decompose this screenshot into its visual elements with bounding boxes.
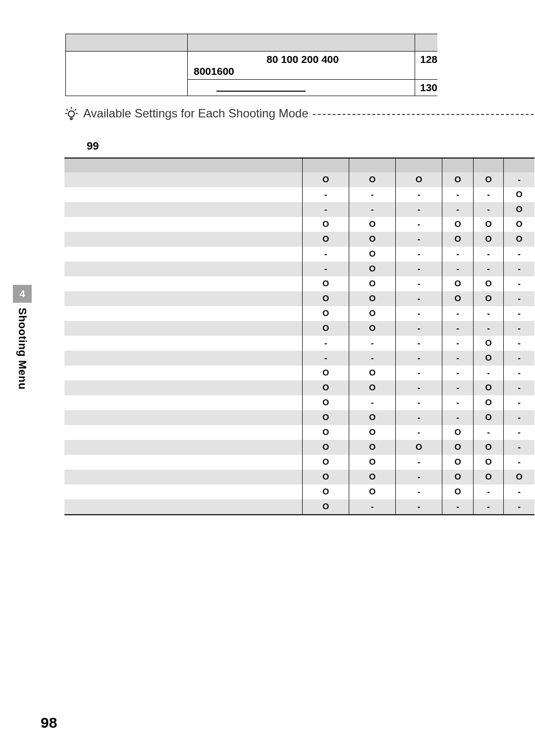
available-mark: O	[369, 294, 375, 303]
unavailable-mark: -	[418, 219, 421, 229]
availability-cell: O	[474, 217, 504, 232]
availability-cell: -	[396, 499, 442, 515]
available-mark: O	[322, 324, 329, 333]
avail-header-cell	[64, 158, 303, 172]
table-row: OO-OOO	[64, 470, 535, 485]
unavailable-mark: -	[456, 368, 459, 378]
available-mark: O	[454, 472, 461, 482]
unavailable-mark: -	[418, 190, 421, 199]
available-mark: O	[416, 442, 422, 452]
available-mark: O	[454, 457, 461, 467]
row-label-cell	[64, 336, 303, 351]
unavailable-mark: -	[418, 413, 421, 422]
available-mark: O	[369, 309, 375, 318]
availability-cell: -	[349, 336, 396, 351]
unavailable-mark: -	[418, 428, 421, 437]
svg-line-1	[66, 109, 68, 110]
availability-cell: -	[396, 187, 442, 202]
availability-cell: O	[504, 187, 535, 202]
availability-cell: -	[474, 321, 504, 336]
available-mark: O	[322, 428, 329, 437]
available-mark: O	[454, 175, 461, 184]
row-label-cell	[64, 291, 303, 306]
availability-cell: -	[504, 499, 535, 515]
availability-cell: -	[396, 202, 442, 217]
row-label-cell	[64, 395, 303, 410]
available-mark: O	[369, 472, 375, 482]
availability-cell: -	[396, 247, 442, 262]
ref-page-cell: 128	[415, 52, 438, 80]
availability-cell: -	[504, 485, 535, 499]
availability-cell: O	[474, 470, 504, 485]
unavailable-mark: -	[518, 428, 521, 437]
available-mark: O	[369, 219, 375, 229]
available-mark: O	[454, 294, 461, 303]
availability-cell: -	[396, 470, 442, 485]
availability-cell: -	[504, 425, 535, 440]
availability-cell: O	[349, 455, 396, 470]
availability-cell: O	[303, 440, 349, 455]
availability-cell: O	[303, 455, 349, 470]
availability-cell: O	[349, 470, 396, 485]
row-label-cell	[64, 499, 303, 515]
available-mark: O	[454, 234, 461, 244]
availability-cell: O	[474, 336, 504, 351]
availability-cell: O	[442, 232, 474, 247]
unavailable-mark: -	[456, 264, 459, 273]
available-mark: O	[322, 368, 329, 378]
availability-cell: -	[396, 276, 442, 291]
availability-cell: O	[349, 425, 396, 440]
availability-cell: O	[303, 410, 349, 425]
availability-cell: O	[442, 217, 474, 232]
availability-cell: -	[349, 395, 396, 410]
availability-cell: -	[504, 440, 535, 455]
unavailable-mark: -	[518, 309, 521, 318]
unavailable-mark: -	[518, 398, 521, 407]
availability-cell: -	[442, 321, 474, 336]
availability-cell: -	[504, 276, 535, 291]
unavailable-mark: -	[518, 294, 521, 303]
availability-cell: -	[349, 499, 396, 515]
ref-cell	[188, 80, 415, 96]
avail-header-cell	[303, 158, 349, 172]
unavailable-mark: -	[371, 205, 374, 214]
table-row: OO-O--	[64, 485, 535, 499]
availability-cell: O	[442, 425, 474, 440]
unavailable-mark: -	[418, 487, 421, 496]
availability-cell: -	[442, 247, 474, 262]
lightbulb-icon	[64, 107, 78, 120]
row-label-cell	[64, 172, 303, 187]
availability-cell: O	[349, 485, 396, 499]
availability-cell: O	[349, 366, 396, 380]
row-label-cell	[64, 351, 303, 366]
unavailable-mark: -	[371, 353, 374, 363]
page-number: 98	[41, 714, 57, 731]
unavailable-mark: -	[418, 205, 421, 214]
availability-cell: -	[504, 455, 535, 470]
table-row: OO-OOO	[64, 217, 535, 232]
unavailable-mark: -	[487, 249, 490, 259]
availability-cell: -	[396, 425, 442, 440]
availability-cell: -	[396, 455, 442, 470]
available-mark: O	[485, 413, 491, 422]
unavailable-mark: -	[371, 398, 374, 407]
availability-table: OOOOO------O-----OOO-OOOOO-OOO-O-----O--…	[64, 158, 535, 515]
unavailable-mark: -	[418, 472, 421, 482]
unavailable-mark: -	[371, 190, 374, 199]
availability-cell: -	[504, 351, 535, 366]
availability-cell: -	[474, 306, 504, 321]
table-row: OOOOO-	[64, 440, 535, 455]
avail-header-cell	[504, 158, 535, 172]
availability-cell: -	[504, 395, 535, 410]
availability-cell: O	[474, 172, 504, 187]
available-mark: O	[322, 487, 329, 496]
availability-cell: O	[396, 440, 442, 455]
available-mark: O	[322, 279, 329, 288]
available-mark: O	[369, 249, 375, 259]
row-label-cell	[64, 485, 303, 499]
row-label-cell	[64, 455, 303, 470]
availability-cell: -	[442, 262, 474, 276]
availability-cell: O	[303, 172, 349, 187]
unavailable-mark: -	[418, 502, 421, 511]
available-mark: O	[454, 219, 461, 229]
